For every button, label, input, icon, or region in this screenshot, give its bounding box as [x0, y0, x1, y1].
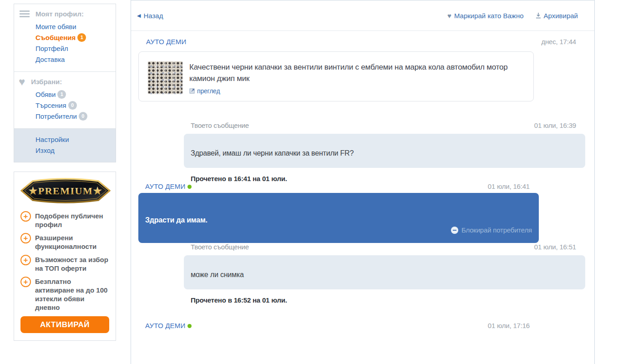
sidebar-item-delivery[interactable]: Доставка [35, 56, 65, 63]
message-time: 01 юли, 17:16 [488, 322, 530, 329]
svg-text:★PREMIUM★: ★PREMIUM★ [29, 185, 103, 197]
plus-circle-icon: + [20, 277, 31, 287]
message-own: Твоето съобщение 01 юли, 16:39 Здравей, … [184, 121, 585, 182]
premium-box: ★PREMIUM★ + Подобрен публичен профил + Р… [14, 172, 116, 341]
fav-searches-count-badge: 0 [68, 101, 77, 110]
messages-count-badge: 1 [77, 33, 86, 42]
profile-section-title: Моят профил: [35, 10, 84, 18]
external-link-icon [189, 88, 195, 94]
message-bubble: Здравей, имаш ли черни капачки за вентил… [184, 134, 585, 168]
thread-header: АУТО ДЕМИ днес, 17:44 [131, 38, 594, 46]
plus-circle-icon: + [20, 255, 31, 265]
favorites-section-title: Избрани: [31, 78, 62, 86]
archive-icon [536, 13, 541, 19]
message-text: Здравей, имаш ли черни капачки за вентил… [191, 149, 354, 157]
plus-circle-icon: + [20, 211, 31, 222]
peer-name: АУТО ДЕМИ [146, 38, 186, 46]
heart-icon: ♥ [19, 78, 25, 85]
online-status-dot [187, 185, 192, 189]
message-text: Здрасти да имам. [145, 216, 208, 224]
benefit-item: + Разширени функционалности [20, 233, 109, 251]
profile-section: Моят профил: Моите обяви Съобщения1 Порт… [14, 4, 116, 71]
block-icon [451, 227, 458, 234]
message-sender-label: АУТО ДЕМИ [145, 322, 192, 329]
activate-premium-button[interactable]: АКТИВИРАЙ [20, 316, 109, 333]
fav-users-count-badge: 0 [79, 112, 87, 121]
fav-ads-count-badge: 1 [57, 90, 66, 99]
message-time: 01 юли, 16:41 [488, 182, 530, 190]
message-time: 01 юли, 16:39 [534, 121, 576, 129]
premium-benefits: + Подобрен публичен профил + Разширени ф… [20, 211, 109, 312]
benefit-item: + Подобрен публичен профил [20, 211, 109, 229]
conversation-panel: ◀ Назад ♥ Маркирай като Важно Архивирай [131, 0, 595, 364]
mark-important-button[interactable]: ♥ Маркирай като Важно [447, 12, 524, 20]
back-button[interactable]: ◀ Назад [137, 12, 163, 20]
benefit-item: + Безплатно активиране на до 100 изтекли… [20, 276, 109, 312]
sidebar-item-wallet[interactable]: Портфейл [35, 45, 68, 52]
sidebar-item-fav-users[interactable]: Потребители [35, 112, 77, 120]
message-thread: АУТО ДЕМИ днес, 17:44 Качествени черни к… [131, 31, 594, 329]
read-receipt: Прочетено в 16:52 на 01 юли. [191, 296, 585, 304]
sidebar-item-fav-ads[interactable]: Обяви [35, 91, 56, 98]
sidebar-item-fav-searches[interactable]: Търсения [35, 101, 66, 109]
message-sender-label: АУТО ДЕМИ [145, 182, 192, 190]
favorites-section: ♥ Избрани: Обяви1 Търсения0 Потребители0 [14, 71, 116, 128]
message-peer: АУТО ДЕМИ 01 юли, 17:16 [138, 322, 539, 329]
page: Моят профил: Моите обяви Съобщения1 Порт… [0, 0, 628, 364]
read-receipt: Прочетено в 16:41 на 01 юли. [191, 175, 585, 182]
plus-circle-icon: + [20, 233, 31, 243]
ad-card[interactable]: Качествени черни капачки за вентили винт… [138, 51, 534, 101]
benefit-item: + Възможност за избор на ТОП оферти [20, 254, 109, 273]
message-bubble: Здрасти да имам. Блокирай потребителя [138, 193, 539, 243]
sidebar-item-messages[interactable]: Съобщения [35, 34, 76, 41]
ad-thumbnail-image [147, 61, 183, 94]
sidebar: Моят профил: Моите обяви Съобщения1 Порт… [14, 4, 116, 341]
settings-section: Настройки Изход [14, 128, 116, 162]
message-sender-label: Твоето съобщение [191, 121, 249, 129]
profile-box: Моят профил: Моите обяви Съобщения1 Порт… [14, 4, 116, 162]
sidebar-item-logout[interactable]: Изход [35, 147, 55, 154]
sidebar-item-my-ads[interactable]: Моите обяви [35, 23, 76, 30]
premium-badge: ★PREMIUM★ [20, 178, 111, 203]
sidebar-item-settings[interactable]: Настройки [35, 136, 69, 143]
message-sender-label: Твоето съобщение [191, 243, 249, 251]
back-arrow-icon: ◀ [137, 13, 141, 19]
message-own: Твоето съобщение 01 юли, 16:51 може ли с… [184, 243, 585, 304]
block-user-button[interactable]: Блокирай потребителя [451, 226, 532, 234]
archive-button[interactable]: Архивирай [536, 12, 578, 20]
message-time: 01 юли, 16:51 [534, 243, 576, 251]
message-bubble: може ли снимка [184, 255, 585, 289]
ad-preview-link[interactable]: преглед [189, 87, 220, 95]
heart-icon: ♥ [447, 12, 451, 20]
online-status-dot [187, 324, 192, 328]
message-text: може ли снимка [191, 271, 244, 279]
conversation-topbar: ◀ Назад ♥ Маркирай като Важно Архивирай [131, 0, 594, 31]
thread-time: днес, 17:44 [541, 38, 576, 46]
message-peer: АУТО ДЕМИ 01 юли, 16:41 Здрасти да имам.… [138, 182, 539, 243]
menu-icon[interactable] [20, 10, 30, 17]
ad-title: Качествени черни капачки за вентили винт… [189, 61, 508, 84]
